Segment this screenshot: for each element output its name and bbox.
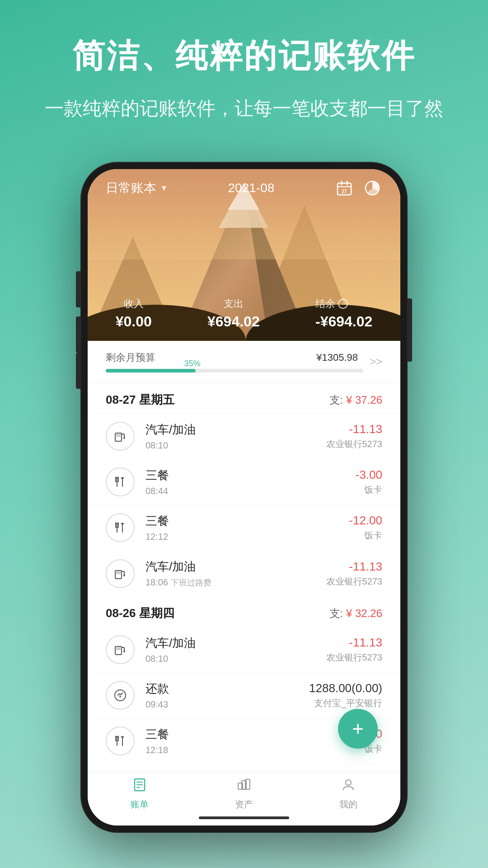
budget-fill: 35% <box>106 369 196 373</box>
budget-info: 剩余月预算 ¥1305.98 35% <box>106 351 363 373</box>
tx-item[interactable]: 汽车/加油 08:10 -11.13 农业银行5273 <box>88 413 400 459</box>
page-background: 简洁、纯粹的记账软件 一款纯粹的记账软件，让每一笔收支都一目了然 <box>0 0 488 142</box>
asset-icon <box>237 778 251 796</box>
repay-icon: ¥ <box>106 681 135 710</box>
nav-item-asset[interactable]: 资产 <box>192 778 296 811</box>
tx-info: 汽车/加油 08:10 <box>145 422 326 451</box>
tx-info: 三餐 12:12 <box>145 513 349 542</box>
header-icons: 27 <box>334 178 382 198</box>
tx-right: -11.13 农业银行5273 <box>326 560 383 588</box>
svg-point-36 <box>123 651 125 652</box>
nav-item-profile[interactable]: 我的 <box>296 778 400 811</box>
add-transaction-button[interactable]: + <box>338 709 378 749</box>
meal-icon <box>106 467 135 496</box>
app-header: 日常账本 ▼ 2021-08 27 <box>88 169 400 341</box>
account-name-button[interactable]: 日常账本 ▼ <box>106 179 168 197</box>
asset-nav-label: 资产 <box>235 798 253 811</box>
date-group-0827: 08-27 星期五 支: ¥ 37.26 汽车/加油 08:10 <box>88 383 400 596</box>
transaction-list: 08-27 星期五 支: ¥ 37.26 汽车/加油 08:10 <box>88 383 400 826</box>
tx-info: 三餐 12:18 <box>145 726 349 755</box>
svg-point-20 <box>123 437 125 439</box>
tx-item[interactable]: 三餐 12:12 -12.00 饭卡 <box>88 505 400 550</box>
tx-info: 三餐 08:44 <box>145 467 356 496</box>
page-subtitle: 一款纯粹的记账软件，让每一笔收支都一目了然 <box>27 93 461 123</box>
fuel-icon <box>106 635 135 664</box>
calendar-icon[interactable]: 27 <box>334 178 354 198</box>
header-date: 2021-08 <box>228 181 275 195</box>
phone-screen: 日常账本 ▼ 2021-08 27 <box>88 169 400 826</box>
date-header-0827: 08-27 星期五 支: ¥ 37.26 <box>88 383 400 413</box>
tx-right: 1288.00(0.00) 支付宝_平安银行 <box>309 681 382 709</box>
svg-rect-33 <box>116 647 121 650</box>
budget-section[interactable]: 剩余月预算 ¥1305.98 35% >> <box>88 341 400 383</box>
tx-item[interactable]: 汽车/加油 18:06 下班过路费 -11.13 农业银行5273 <box>88 550 400 596</box>
tx-info: 还款 09:43 <box>145 681 309 710</box>
add-icon: + <box>352 717 364 740</box>
fuel-icon <box>106 559 135 588</box>
tx-info: 汽车/加油 18:06 下班过路费 <box>145 559 326 588</box>
bill-nav-label: 账单 <box>131 798 149 811</box>
svg-text:¥: ¥ <box>118 694 122 699</box>
header-top-bar: 日常账本 ▼ 2021-08 27 <box>88 178 400 198</box>
tx-info: 汽车/加油 08:10 <box>145 635 326 664</box>
expense-summary: 支出 ¥694.02 <box>207 297 260 330</box>
phone-mockup: 日常账本 ▼ 2021-08 27 <box>81 163 407 832</box>
page-title: 简洁、纯粹的记账软件 <box>27 36 461 75</box>
tx-item[interactable]: 三餐 08:44 -3.00 饭卡 <box>88 459 400 505</box>
account-dropdown-icon: ▼ <box>160 184 168 193</box>
date-header-0826: 08-26 星期四 支: ¥ 32.26 <box>88 596 400 627</box>
income-summary: 收入 ¥0.00 <box>116 297 152 330</box>
budget-track: 35% <box>106 369 363 373</box>
svg-rect-28 <box>116 571 121 574</box>
nav-item-bill[interactable]: 账单 <box>88 778 192 811</box>
tx-right: -12.00 饭卡 <box>349 514 382 542</box>
bill-icon <box>132 778 147 796</box>
home-indicator <box>199 816 289 819</box>
balance-info-icon: - <box>338 299 348 309</box>
tx-item[interactable]: 汽车/加油 08:10 -11.13 农业银行5273 <box>88 627 400 672</box>
profile-nav-label: 我的 <box>339 798 357 811</box>
svg-rect-17 <box>116 434 121 437</box>
page-header: 简洁、纯粹的记账软件 一款纯粹的记账软件，让每一笔收支都一目了然 <box>0 0 488 142</box>
balance-summary: 结余 - -¥694.02 <box>315 297 372 330</box>
svg-text:27: 27 <box>342 189 347 194</box>
phone-outer: 日常账本 ▼ 2021-08 27 <box>81 163 407 832</box>
tx-right: -11.13 农业银行5273 <box>326 636 383 664</box>
budget-arrow-icon: >> <box>370 355 382 368</box>
meal-icon <box>106 726 135 755</box>
meal-icon <box>106 513 135 542</box>
profile-icon <box>341 778 356 796</box>
summary-row: 收入 ¥0.00 支出 ¥694.02 结余 - <box>88 297 400 330</box>
tx-right: -3.00 饭卡 <box>356 468 382 496</box>
svg-point-54 <box>346 780 351 785</box>
svg-point-31 <box>123 575 125 576</box>
fuel-icon <box>106 422 135 451</box>
tx-right: -11.13 农业银行5273 <box>326 422 383 450</box>
chart-icon[interactable] <box>362 178 382 198</box>
